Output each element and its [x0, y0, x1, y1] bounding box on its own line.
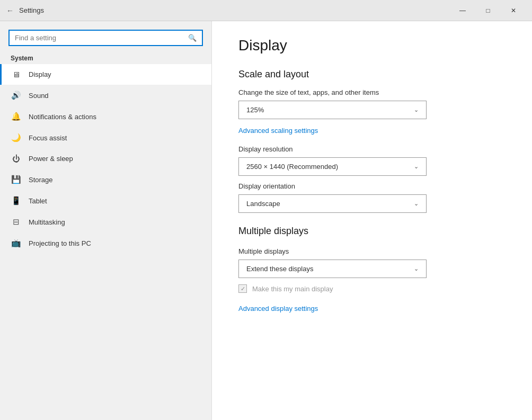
- text-size-value: 125%: [246, 106, 264, 114]
- nav-icon-7: ⊟: [11, 217, 21, 227]
- text-size-dropdown[interactable]: 125% ⌄: [238, 101, 427, 119]
- nav-icon-4: ⏻: [11, 154, 21, 163]
- nav-label-2: Notifications & actions: [29, 113, 96, 121]
- app-title: Settings: [19, 6, 44, 14]
- section-heading-scale: Scale and layout: [238, 69, 506, 80]
- nav-label-6: Tablet: [29, 197, 47, 205]
- main-display-checkbox-label: Make this my main display: [252, 285, 333, 293]
- sidebar-item-tablet[interactable]: 📱 Tablet: [0, 190, 211, 211]
- nav-icon-5: 💾: [11, 175, 21, 184]
- multiple-displays-value: Extend these displays: [246, 265, 313, 273]
- main-display-checkbox-row[interactable]: ✓ Make this my main display: [238, 284, 506, 293]
- sidebar: 🔍 System 🖥 Display 🔊 Sound 🔔 Notificatio…: [0, 21, 212, 420]
- nav-label-5: Storage: [29, 176, 53, 184]
- nav-label-4: Power & sleep: [29, 155, 73, 163]
- back-button[interactable]: ←: [6, 6, 14, 15]
- maximize-button[interactable]: □: [476, 0, 500, 21]
- sidebar-item-notifications---actions[interactable]: 🔔 Notifications & actions: [0, 106, 211, 127]
- display-resolution-arrow: ⌄: [414, 163, 419, 170]
- sidebar-item-power---sleep[interactable]: ⏻ Power & sleep: [0, 148, 211, 169]
- title-bar: ← Settings — □ ✕: [0, 0, 532, 21]
- main-content: Display Scale and layout Change the size…: [212, 21, 532, 420]
- nav-label-0: Display: [29, 70, 51, 78]
- display-orientation-value: Landscape: [246, 200, 280, 208]
- nav-label-7: Multitasking: [29, 218, 65, 226]
- sidebar-item-projecting-to-this-pc[interactable]: 📺 Projecting to this PC: [0, 233, 211, 254]
- search-container: 🔍: [0, 21, 211, 50]
- display-resolution-label: Display resolution: [238, 145, 506, 153]
- nav-icon-2: 🔔: [11, 112, 21, 121]
- sidebar-item-sound[interactable]: 🔊 Sound: [0, 85, 211, 106]
- search-input[interactable]: [15, 34, 184, 42]
- advanced-scaling-link[interactable]: Advanced scaling settings: [238, 127, 318, 135]
- multiple-displays-label: Multiple displays: [238, 247, 506, 255]
- multiple-displays-dropdown[interactable]: Extend these displays ⌄: [238, 260, 427, 278]
- sidebar-item-multitasking[interactable]: ⊟ Multitasking: [0, 211, 211, 233]
- nav-icon-0: 🖥: [11, 70, 21, 79]
- minimize-button[interactable]: —: [450, 0, 475, 21]
- display-orientation-dropdown[interactable]: Landscape ⌄: [238, 194, 427, 213]
- nav-icon-1: 🔊: [11, 91, 21, 100]
- window-controls: — □ ✕: [450, 0, 526, 21]
- sidebar-item-display[interactable]: 🖥 Display: [0, 64, 211, 85]
- display-resolution-value: 2560 × 1440 (Recommended): [246, 163, 338, 171]
- nav-icon-6: 📱: [11, 196, 21, 205]
- search-icon: 🔍: [188, 34, 197, 42]
- sidebar-section-label: System: [0, 50, 211, 64]
- close-button[interactable]: ✕: [501, 0, 526, 21]
- nav-label-1: Sound: [29, 92, 49, 100]
- nav-label-3: Focus assist: [29, 134, 67, 142]
- nav-icon-3: 🌙: [11, 133, 21, 142]
- nav-icon-8: 📺: [11, 238, 21, 248]
- sidebar-item-storage[interactable]: 💾 Storage: [0, 169, 211, 190]
- text-size-label: Change the size of text, apps, and other…: [238, 88, 506, 96]
- nav-label-8: Projecting to this PC: [29, 239, 91, 247]
- advanced-display-link[interactable]: Advanced display settings: [238, 305, 318, 312]
- display-orientation-arrow: ⌄: [414, 200, 419, 207]
- sidebar-item-focus-assist[interactable]: 🌙 Focus assist: [0, 127, 211, 148]
- page-title: Display: [238, 37, 506, 54]
- multiple-displays-arrow: ⌄: [414, 265, 419, 272]
- search-box[interactable]: 🔍: [8, 30, 203, 46]
- section-heading-multiple-displays: Multiple displays: [238, 226, 506, 237]
- display-resolution-dropdown[interactable]: 2560 × 1440 (Recommended) ⌄: [238, 157, 427, 176]
- text-size-dropdown-arrow: ⌄: [414, 106, 419, 113]
- display-orientation-label: Display orientation: [238, 182, 506, 190]
- main-display-checkbox[interactable]: ✓: [238, 284, 247, 293]
